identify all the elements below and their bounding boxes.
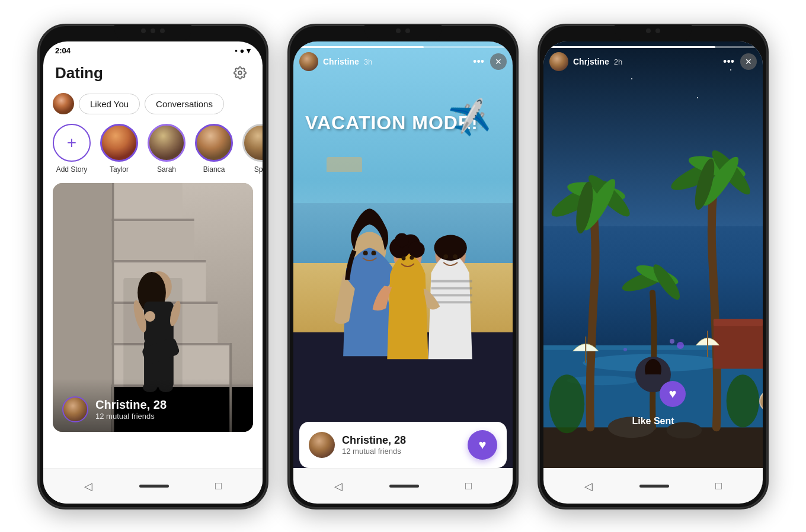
camera-dot-p3 [646,28,651,33]
svg-point-44 [443,254,448,259]
back-nav-2[interactable]: ◁ [334,480,343,493]
profile-card[interactable]: Christine, 28 12 mutual friends [53,183,253,432]
story-label-bianca: Bianca [203,165,225,174]
add-story-label: Add Story [56,165,88,174]
camera-dot-p2-2 [405,28,410,33]
story-user-info-3: Christine 2h [549,52,622,71]
story-header-2: Christine 3h ••• ✕ [299,52,507,71]
phone-1-top-bar [39,28,267,33]
purple-dot-2 [670,339,674,344]
story-item-taylor[interactable]: Taylor [100,124,138,174]
svg-point-42 [402,257,406,261]
story-profile-avatar [309,432,335,458]
vol-btn-p3-2 [538,152,539,185]
story-username-3: Christine [573,57,609,66]
svg-point-0 [238,71,242,75]
time-display: 2:04 [55,46,71,55]
story-item-bianca[interactable]: Bianca [195,124,233,174]
profile-name: Christine, 28 [95,398,167,412]
svg-point-27 [145,311,155,322]
recents-nav[interactable]: □ [215,480,222,492]
story-circle-taylor [100,124,138,162]
story-progress-fill-3 [549,46,715,48]
recents-nav-2[interactable]: □ [465,480,472,492]
like-sent-label: Like Sent [632,416,674,427]
camera-dot-p2 [396,28,401,33]
svg-point-43 [410,256,414,260]
like-heart-button[interactable]: ♥ [468,430,497,460]
story-user-info: Christine 3h [299,52,372,71]
like-sent-overlay: ♥ Like Sent [543,339,763,427]
volume-btn-1 [37,120,39,143]
resort-background: Christine 2h ••• ✕ [543,41,763,504]
story-actions-3: ••• ✕ [723,53,757,70]
settings-button[interactable] [229,62,251,84]
add-story-item[interactable]: + Add Story [53,124,91,174]
camera-dot [141,28,146,33]
camera-dot-p3-2 [655,28,660,33]
story-time-3: 2h [614,57,622,66]
story-close-button-3[interactable]: ✕ [740,53,757,70]
power-btn-p2 [517,134,519,179]
story-label-taylor: Taylor [110,165,129,174]
dating-tabs: Liked You Conversations [43,91,263,121]
profile-text: Christine, 28 12 mutual friends [95,398,167,421]
story-avatar-3 [549,52,568,71]
volume-btn-2 [37,152,39,185]
phones-container: 2:04 ▪ ● ▾ Dating Liked You Conversation… [25,0,781,532]
phone-1-screen: 2:04 ▪ ● ▾ Dating Liked You Conversation… [43,41,263,504]
svg-rect-35 [431,280,472,283]
boat-bg [327,157,362,172]
purple-dot-1 [677,342,684,349]
story-username: Christine [323,57,359,66]
back-nav[interactable]: ◁ [84,480,92,493]
back-nav-3[interactable]: ◁ [584,480,593,493]
camera-dot-3 [160,28,165,33]
recents-nav-3[interactable]: □ [715,480,722,492]
story-time: 3h [364,57,372,66]
story-circle-sarah [148,124,185,162]
home-nav-3[interactable] [639,485,669,488]
story-progress-fill [299,46,424,48]
story-more-icon[interactable]: ••• [473,56,484,68]
svg-rect-74 [645,374,661,392]
phone-3: Christine 2h ••• ✕ [538,24,769,509]
resort-svg [543,41,763,504]
story-profile-info: Christine, 28 12 mutual friends [309,432,406,458]
power-btn-p3 [767,134,769,179]
story-more-icon-3[interactable]: ••• [723,56,734,68]
profile-card-info: Christine, 28 12 mutual friends [53,379,253,432]
vol-btn-p2-2 [287,152,289,185]
power-btn [267,134,268,179]
story-profile-mutual: 12 mutual friends [342,447,406,456]
story-item-sarah[interactable]: Sarah [148,124,185,174]
svg-point-33 [395,233,409,248]
story-actions: ••• ✕ [473,53,507,70]
add-story-circle[interactable]: + [53,124,91,162]
story-item-sp[interactable]: Sp... [242,124,263,174]
profile-mutual: 12 mutual friends [95,412,167,421]
profile-mini-avatar [62,396,88,422]
status-bar-1: 2:04 ▪ ● ▾ [43,41,263,57]
close-x-icon-3: ✕ [745,57,752,66]
phone-3-top-bar [539,28,767,33]
vol-btn-p2-1 [287,120,289,143]
status-icons: ▪ ● ▾ [235,46,251,55]
story-close-button[interactable]: ✕ [490,53,507,70]
svg-rect-36 [431,287,472,290]
home-nav-2[interactable] [389,485,419,488]
liked-you-tab[interactable]: Liked You [79,94,140,114]
story-view: Christine 3h ••• ✕ VACATION MODE! ✈️ [293,41,513,504]
dating-title: Dating [55,64,103,82]
story-row: + Add Story Taylor Sarah Bianca Sp [43,121,263,181]
conversations-tab[interactable]: Conversations [145,94,224,114]
svg-rect-37 [431,294,472,296]
svg-point-45 [453,254,458,259]
story-profile-text: Christine, 28 12 mutual friends [342,434,406,456]
story-circle-bianca [195,124,233,162]
home-nav[interactable] [139,485,169,488]
bottom-nav-3: ◁ □ [543,468,763,504]
phone-3-screen: Christine 2h ••• ✕ [543,41,763,504]
phone-1: 2:04 ▪ ● ▾ Dating Liked You Conversation… [37,24,268,509]
story-info-card: Christine, 28 12 mutual friends ♥ [299,422,507,468]
